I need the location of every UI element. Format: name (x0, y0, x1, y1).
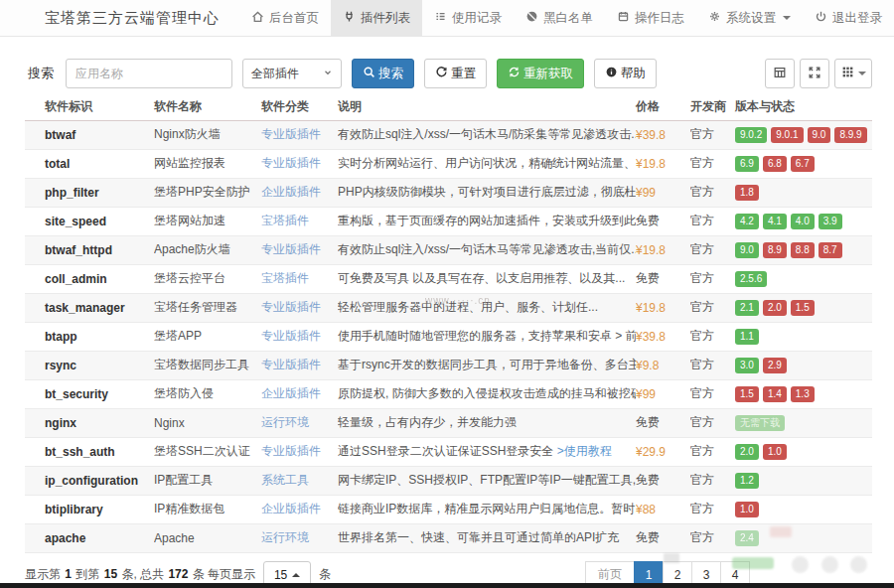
version-badge[interactable]: 1.3 (791, 386, 815, 402)
version-badge[interactable]: 4.0 (791, 214, 815, 229)
version-badge[interactable]: 6.9 (735, 156, 759, 172)
nav-item-blacklist[interactable]: 黑白名单 (514, 0, 605, 36)
cell-plugin-id: coll_admin (25, 264, 154, 293)
version-badge[interactable]: 1.1 (735, 329, 759, 345)
version-badge[interactable]: 8.9.9 (834, 127, 866, 143)
category-link[interactable]: 专业版插件 (261, 242, 321, 256)
plugin-id: apache (45, 531, 85, 545)
plugin-description: 轻松管理服务器中的进程、用户、服务、计划任... (338, 300, 598, 314)
version-badge[interactable]: 1.0 (735, 502, 759, 517)
version-badge[interactable]: 2.0 (763, 300, 787, 316)
category-link[interactable]: 专业版插件 (261, 300, 321, 314)
category-link[interactable]: 系统工具 (261, 473, 309, 487)
vendor-name: 官方 (690, 242, 714, 256)
table-view-button[interactable] (765, 59, 795, 88)
version-badge[interactable]: 无需下载 (735, 415, 785, 431)
chevron-down-icon (858, 72, 866, 75)
cell-vendor: 官方 (690, 264, 735, 293)
summary-part: 172 (168, 567, 188, 581)
version-badge[interactable]: 1.0 (763, 444, 787, 460)
chevron-up-icon (292, 573, 300, 577)
plugin-description: PHP内核级防御模块，可针对项目进行底层过滤，彻底杜... (338, 185, 636, 199)
help-button-label: 帮助 (621, 66, 646, 82)
version-badge[interactable]: 2.1 (735, 300, 759, 316)
cell-plugin-id: btwaf_httpd (25, 235, 154, 264)
search-input[interactable] (66, 59, 232, 88)
version-badge[interactable]: 1.8 (735, 185, 759, 201)
version-badge[interactable]: 3.9 (819, 214, 842, 229)
version-badge[interactable]: 2.9 (763, 358, 787, 373)
nav-item-operation-log[interactable]: 操作日志 (605, 0, 696, 36)
cell-category: 企业版插件 (261, 379, 338, 408)
nav-item-plugin-list[interactable]: 插件列表 (331, 0, 422, 36)
nav-item-logout[interactable]: 退出登录 (803, 0, 894, 36)
fullscreen-button[interactable] (800, 59, 829, 88)
plugin-description: 使用手机随时随地管理您的服务器，支持苹果和安卓 > 前... (338, 329, 636, 343)
cell-plugin-id: bt_security (25, 379, 154, 408)
nav-item-system-settings[interactable]: 系统设置 (696, 0, 803, 36)
reset-icon (435, 66, 448, 81)
version-badge[interactable]: 1.5 (735, 386, 759, 402)
category-link[interactable]: 专业版插件 (261, 127, 321, 141)
category-link[interactable]: 宝塔插件 (261, 271, 309, 285)
category-link[interactable]: 企业版插件 (261, 386, 321, 400)
version-badge[interactable]: 9.0.2 (735, 127, 767, 143)
version-badge[interactable]: 2.0 (735, 444, 759, 460)
category-link[interactable]: 运行环境 (261, 530, 309, 544)
cell-plugin-id: site_speed (25, 207, 154, 235)
version-badge[interactable]: 8.9 (763, 242, 787, 258)
category-link[interactable]: 宝塔插件 (261, 214, 309, 227)
category-link[interactable]: 专业版插件 (261, 329, 321, 343)
version-badge[interactable]: 6.8 (763, 156, 787, 172)
cell-plugin-name: 堡塔PHP安全防护 (154, 178, 261, 207)
version-badge[interactable]: 8.8 (791, 242, 815, 258)
search-button[interactable]: 搜索 (352, 59, 414, 88)
nav-item-usage-log[interactable]: 使用记录 (422, 0, 514, 36)
nav-item-home[interactable]: 后台首页 (239, 0, 331, 36)
description-link[interactable]: >使用教程 (557, 444, 612, 458)
cell-description: 链接商业IP数据库，精准显示网站用户归属地信息。暂时... (338, 495, 636, 523)
version-badge[interactable]: 4.2 (735, 214, 759, 229)
version-badge[interactable]: 2.5.6 (735, 271, 767, 287)
category-link[interactable]: 运行环境 (261, 415, 309, 429)
version-badge[interactable]: 1.4 (763, 386, 787, 402)
nav-item-label: 系统设置 (726, 10, 776, 27)
category-select[interactable]: 全部插件 (242, 59, 342, 88)
help-button[interactable]: 帮助 (594, 59, 657, 88)
cell-versions: 2.12.01.5 (735, 293, 872, 322)
version-badge[interactable]: 6.7 (791, 156, 815, 172)
column-header: 软件分类 (261, 94, 338, 120)
reset-button[interactable]: 重置 (424, 59, 487, 88)
cell-category: 系统工具 (261, 466, 338, 495)
category-link[interactable]: 企业版插件 (261, 185, 321, 199)
gear-icon (708, 10, 721, 26)
version-badge[interactable]: 8.7 (819, 242, 842, 258)
plugin-description: 有效防止sql注入/xss/一句话木马等常见渗透攻击,当前仅... (338, 242, 636, 256)
cell-price: 免费 (636, 523, 690, 552)
cell-versions: 2.5.6 (735, 264, 872, 293)
plugin-id: php_filter (45, 186, 99, 200)
version-badge[interactable]: 9.0.1 (771, 127, 803, 143)
category-link[interactable]: 专业版插件 (261, 358, 321, 371)
version-badge[interactable]: 2.4 (735, 530, 759, 546)
table-row: total网站监控报表专业版插件实时分析网站运行、用户访问状况，精确统计网站流量… (25, 149, 872, 178)
version-badge[interactable]: 1.2 (735, 473, 759, 489)
cell-plugin-name: 堡塔云控平台 (154, 264, 261, 293)
refresh-button[interactable]: 重新获取 (497, 59, 584, 88)
cell-plugin-id: nginx (25, 408, 154, 437)
table-row: bt_ssh_auth堡塔SSH二次认证专业版插件通过SSH登录二次认证保证SS… (25, 437, 872, 466)
plugin-description: 原防提权, 防御大多数的入侵提权攻击造成的挂马和被挖矿... (338, 386, 636, 400)
category-link[interactable]: 专业版插件 (261, 444, 321, 458)
version-badge[interactable]: 9.0 (735, 242, 759, 258)
version-badge[interactable]: 3.0 (735, 358, 759, 373)
reset-button-label: 重置 (451, 66, 476, 82)
nav-item-label: 后台首页 (269, 10, 319, 27)
version-badge[interactable]: 9.0 (808, 127, 831, 143)
category-link[interactable]: 企业版插件 (261, 502, 321, 515)
columns-button[interactable] (834, 59, 872, 88)
cell-description: 基于rsync开发的数据同步工具，可用于异地备份、多台主... (338, 351, 636, 379)
version-badge[interactable]: 4.1 (763, 214, 787, 229)
category-link[interactable]: 专业版插件 (261, 156, 321, 170)
version-badge[interactable]: 1.5 (791, 300, 815, 316)
column-header: 开发商 (690, 94, 735, 120)
